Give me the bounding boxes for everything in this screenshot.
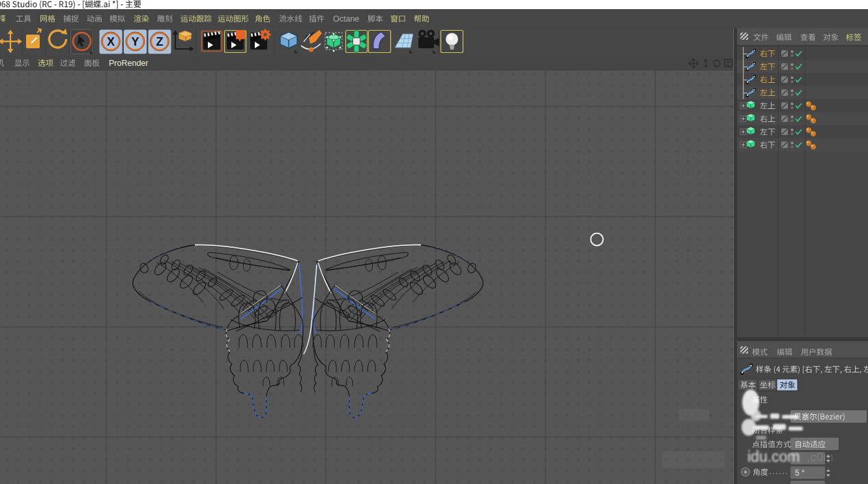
svg-text:Octane: Octane [333,14,359,23]
svg-text:idu.com: idu.com [747,448,800,465]
svg-text:.c0m: .c0m [807,450,833,464]
svg-text:ProRender: ProRender [109,59,148,68]
svg-text:Z: Z [156,35,164,48]
svg-text:5 °: 5 ° [795,468,805,477]
svg-text:X: X [107,35,115,48]
svg-text:Y: Y [131,35,139,48]
